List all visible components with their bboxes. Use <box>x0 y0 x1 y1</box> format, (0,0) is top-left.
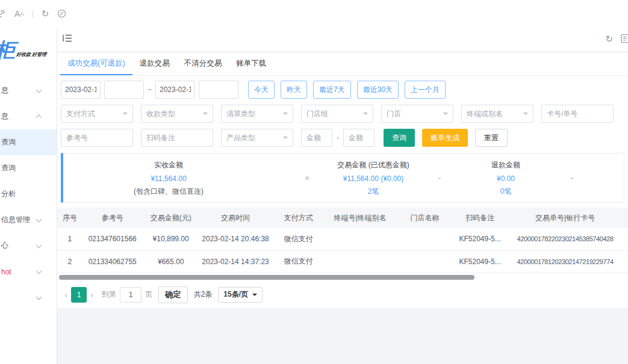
reference-number-input[interactable] <box>61 129 133 147</box>
end-date-input[interactable] <box>155 81 195 99</box>
chevron-down-icon <box>36 87 42 93</box>
col-pay-method: 支付方式 <box>272 208 325 228</box>
jump-prefix-label: 到第 <box>102 289 116 300</box>
col-trade-no: 交易单号|银行卡号 <box>505 208 625 228</box>
main-header: ↻ <box>57 27 628 51</box>
refund-amount: ¥0.00 <box>497 174 515 183</box>
total-count-label: 共2条 <box>194 289 213 300</box>
sidebar-item-label: 息 <box>1 85 8 96</box>
minus-separator: - <box>406 153 473 202</box>
trade-label: 交易金额 (已优惠金额) <box>337 160 409 170</box>
cell-reference: 021334062755 <box>82 250 143 273</box>
cell-terminal <box>325 228 394 250</box>
amount-summary-bar: 实收金额 ¥11,564.00 (包含口碑、微信直连) = 交易金额 (已优惠金… <box>61 153 624 203</box>
settle-type-select[interactable]: 清算类型 <box>221 105 293 123</box>
link-icon[interactable] <box>0 9 6 19</box>
current-page-button[interactable]: 1 <box>71 287 87 303</box>
transactions-table: 序号 参考号 交易金额(元) 交易时间 支付方式 终端号|终端别名 门店名称 扫… <box>57 208 628 273</box>
pay-method-select[interactable]: 支付方式 <box>61 105 133 123</box>
sidebar-item-label: 查询 <box>1 163 16 173</box>
end-time-input[interactable] <box>199 81 238 99</box>
select-placeholder: 收款类型 <box>146 109 203 119</box>
terminal-select[interactable]: 终端或别名 <box>461 105 533 123</box>
amount-separator: - <box>337 134 339 142</box>
sidebar-item-8[interactable] <box>0 285 57 310</box>
sidebar-item-6[interactable]: 心 <box>0 233 57 259</box>
history-icon[interactable] <box>57 9 66 18</box>
sidebar-item-query-active[interactable]: 查询 <box>0 129 57 155</box>
sidebar-item-5[interactable]: 信息管理 <box>0 207 57 233</box>
select-placeholder: 终端或别名 <box>467 109 523 119</box>
page-size-select[interactable]: 15条/页 <box>218 287 263 303</box>
filter-row-dates: ~ 今天 昨天 最近7天 最近30天 上一个月 <box>61 81 624 99</box>
tab-refund-trades[interactable]: 退款交易 <box>132 53 177 75</box>
chevron-down-icon <box>36 294 42 300</box>
query-button[interactable]: 查询 <box>384 129 415 147</box>
chevron-down-icon <box>443 113 448 117</box>
scan-note-input[interactable] <box>141 129 213 147</box>
receive-type-select[interactable]: 收款类型 <box>141 105 213 123</box>
col-extra <box>625 208 628 228</box>
sidebar-item-1[interactable]: 息 <box>0 103 57 129</box>
font-size-icon[interactable]: AA <box>14 9 23 19</box>
trade-amount: ¥11,564.00 (¥0.00) <box>343 174 404 183</box>
received-label: 实收金额 <box>154 160 183 170</box>
reload-icon[interactable]: ↻ <box>42 8 49 19</box>
store-group-select[interactable]: 门店组 <box>301 105 373 123</box>
quick-range-7days-button[interactable]: 最近7天 <box>313 81 351 99</box>
start-date-input[interactable] <box>61 81 101 99</box>
tab-bill-download[interactable]: 账单下载 <box>229 53 273 75</box>
sidebar-item-hot[interactable]: hot <box>0 259 57 285</box>
other-amount-block: 其它 ¥ 0 <box>605 153 624 202</box>
amount-max-input[interactable] <box>343 129 375 147</box>
sidebar: 柜 好收款 好管理 息 息 查询 查询 分析 信息管理 <box>0 27 57 364</box>
tab-success-trades[interactable]: 成功交易(可退款) <box>60 53 132 75</box>
chevron-down-icon <box>523 113 528 117</box>
select-placeholder: 门店组 <box>306 109 363 119</box>
amount-min-input[interactable] <box>301 129 332 147</box>
store-select[interactable]: 门店 <box>381 105 453 123</box>
cell-pay-method: 微信支付 <box>272 228 325 250</box>
quick-range-30days-button[interactable]: 最近30天 <box>357 81 399 99</box>
next-page-icon[interactable]: › <box>87 289 97 300</box>
page-icon[interactable] <box>620 34 628 45</box>
collapse-menu-icon[interactable] <box>63 34 72 44</box>
app-logo: 柜 好收款 好管理 <box>0 27 57 64</box>
refund-label: 退款金额 <box>491 160 520 170</box>
quick-range-yesterday-button[interactable]: 昨天 <box>281 81 307 99</box>
received-amount: ¥11,564.00 <box>151 174 186 183</box>
page-size-label: 15条/页 <box>223 289 248 300</box>
card-number-input[interactable] <box>541 105 614 123</box>
sidebar-item-0[interactable]: 息 <box>0 78 57 103</box>
received-amount-block: 实收金额 ¥11,564.00 (包含口碑、微信直连) <box>63 153 274 202</box>
pagination-bar: ‹ 1 › 到第 页 确定 共2条 15条/页 <box>57 280 628 309</box>
browser-toolbar: AA | ↻ <box>0 0 628 27</box>
table-row[interactable]: 1 021347601566 ¥10,899.00 2023-02-14 20:… <box>57 228 628 250</box>
sidebar-item-3[interactable]: 查询 <box>0 155 57 181</box>
sidebar-item-label: 查询 <box>1 137 16 147</box>
table-row[interactable]: 2 021334062755 ¥665.00 2023-02-14 14:37:… <box>57 250 628 273</box>
sidebar-item-4[interactable]: 分析 <box>0 181 57 207</box>
select-placeholder: 清算类型 <box>226 109 283 119</box>
tab-unsettled-trades[interactable]: 不清分交易 <box>177 53 229 75</box>
quick-range-lastmonth-button[interactable]: 上一个月 <box>405 81 446 99</box>
minus-separator: - <box>539 153 605 202</box>
cell-extra: 132400029 <box>625 228 628 250</box>
col-index: 序号 <box>57 208 82 228</box>
start-time-input[interactable] <box>104 81 144 99</box>
refresh-icon[interactable]: ↻ <box>605 34 613 45</box>
chevron-down-icon <box>36 242 42 248</box>
generate-bill-button[interactable]: 账单生成 <box>422 129 468 147</box>
main-area: ↻ 成功交易(可退款) 退款交易 不清分交易 账单下载 <box>57 27 628 364</box>
sidebar-item-label: 分析 <box>1 189 16 199</box>
horizontal-scrollbar[interactable] <box>59 275 474 280</box>
reset-button[interactable]: 重置 <box>475 129 508 147</box>
sidebar-menu: 息 息 查询 查询 分析 信息管理 心 <box>0 78 57 310</box>
page-jump-input[interactable] <box>120 287 141 303</box>
quick-range-today-button[interactable]: 今天 <box>248 81 275 99</box>
col-time: 交易时间 <box>199 208 272 228</box>
prev-page-icon[interactable]: ‹ <box>61 289 71 300</box>
confirm-page-button[interactable]: 确定 <box>158 286 188 303</box>
product-type-select[interactable]: 产品类型 <box>221 129 293 147</box>
chevron-down-icon <box>252 294 257 298</box>
